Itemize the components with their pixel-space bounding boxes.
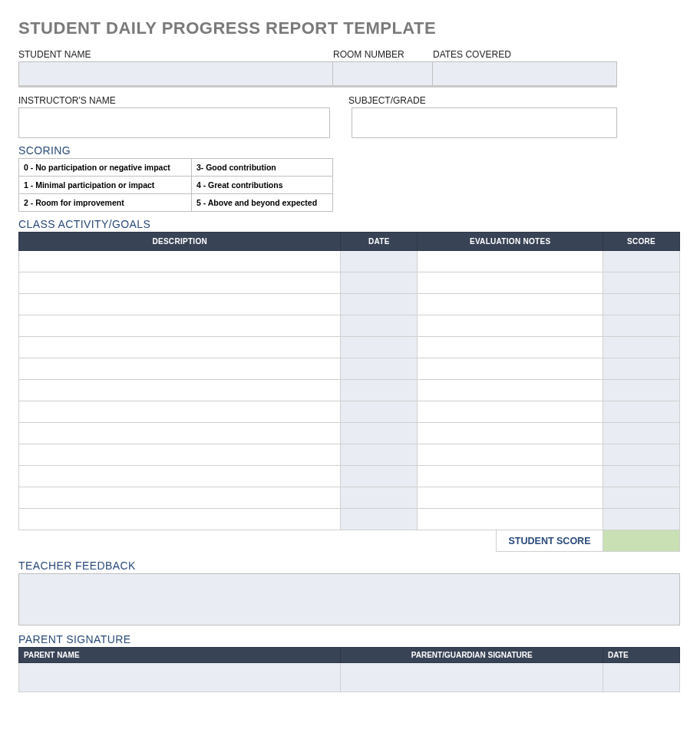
table-row [19, 315, 680, 337]
cell-date[interactable] [341, 251, 418, 272]
cell-description[interactable] [19, 380, 341, 401]
cell-evaluation[interactable] [418, 337, 603, 358]
cell-evaluation[interactable] [418, 444, 603, 466]
cell-description[interactable] [19, 358, 341, 380]
cell-score[interactable] [603, 251, 680, 272]
cell-description[interactable] [19, 466, 341, 487]
cell-score[interactable] [603, 466, 680, 487]
col-description: DESCRIPTION [19, 233, 341, 251]
activity-table: DESCRIPTION DATE EVALUATION NOTES SCORE [18, 232, 680, 530]
table-row [19, 487, 680, 509]
table-row [19, 401, 680, 423]
cell-score[interactable] [603, 272, 680, 294]
table-row [19, 444, 680, 466]
page-title: STUDENT DAILY PROGRESS REPORT TEMPLATE [18, 18, 682, 38]
cell-description[interactable] [19, 251, 341, 272]
cell-date[interactable] [341, 401, 418, 423]
cell-evaluation[interactable] [418, 466, 603, 487]
col-parent-date: DATE [603, 648, 680, 663]
table-row [19, 509, 680, 530]
cell-score[interactable] [603, 487, 680, 509]
cell-evaluation[interactable] [418, 315, 603, 337]
parent-table: PARENT NAME PARENT/GUARDIAN SIGNATURE DA… [18, 647, 680, 692]
table-row [19, 337, 680, 358]
student-score-value[interactable] [603, 530, 680, 552]
cell-description[interactable] [19, 509, 341, 530]
table-row [19, 423, 680, 444]
scoring-cell: 4 - Great contributions [191, 177, 332, 194]
cell-score[interactable] [603, 401, 680, 423]
cell-score[interactable] [603, 315, 680, 337]
cell-description[interactable] [19, 294, 341, 315]
cell-date[interactable] [341, 358, 418, 380]
subject-grade-label: SUBJECT/GRADE [348, 95, 617, 106]
row1-fields [18, 61, 617, 87]
cell-evaluation[interactable] [418, 401, 603, 423]
cell-date[interactable] [341, 509, 418, 530]
cell-date[interactable] [341, 444, 418, 466]
table-row [19, 380, 680, 401]
table-row [19, 358, 680, 380]
cell-evaluation[interactable] [418, 487, 603, 509]
col-date: DATE [341, 233, 418, 251]
scoring-cell: 1 - Minimal participation or impact [19, 177, 192, 194]
cell-evaluation[interactable] [418, 251, 603, 272]
cell-date[interactable] [341, 380, 418, 401]
cell-date[interactable] [341, 294, 418, 315]
cell-date[interactable] [341, 466, 418, 487]
cell-description[interactable] [19, 487, 341, 509]
cell-date[interactable] [341, 423, 418, 444]
instructor-name-label: INSTRUCTOR'S NAME [18, 95, 333, 106]
room-number-field[interactable] [333, 62, 433, 85]
cell-date[interactable] [341, 487, 418, 509]
cell-evaluation[interactable] [418, 509, 603, 530]
student-score-label: STUDENT SCORE [496, 530, 603, 552]
cell-description[interactable] [19, 272, 341, 294]
table-row [19, 251, 680, 272]
cell-evaluation[interactable] [418, 272, 603, 294]
subject-grade-field[interactable] [352, 107, 617, 138]
room-number-label: ROOM NUMBER [333, 49, 433, 60]
cell-description[interactable] [19, 401, 341, 423]
cell-description[interactable] [19, 444, 341, 466]
cell-score[interactable] [603, 358, 680, 380]
scoring-cell: 2 - Room for improvement [19, 194, 192, 212]
table-row [19, 466, 680, 487]
teacher-feedback-field[interactable] [18, 573, 680, 625]
cell-score[interactable] [603, 337, 680, 358]
parent-heading: PARENT SIGNATURE [18, 633, 682, 645]
cell-score[interactable] [603, 444, 680, 466]
cell-score[interactable] [603, 509, 680, 530]
scoring-cell: 0 - No participation or negative impact [19, 159, 192, 177]
parent-date-field[interactable] [603, 663, 680, 692]
col-evaluation: EVALUATION NOTES [418, 233, 603, 251]
cell-evaluation[interactable] [418, 423, 603, 444]
dates-covered-label: DATES COVERED [433, 49, 617, 60]
dates-covered-field[interactable] [433, 62, 616, 85]
cell-evaluation[interactable] [418, 294, 603, 315]
scoring-table: 0 - No participation or negative impact … [18, 158, 333, 212]
instructor-name-field[interactable] [18, 107, 330, 138]
scoring-cell: 5 - Above and beyond expected [191, 194, 332, 212]
cell-score[interactable] [603, 380, 680, 401]
student-name-label: STUDENT NAME [18, 49, 333, 60]
cell-description[interactable] [19, 423, 341, 444]
student-name-field[interactable] [19, 62, 333, 85]
cell-evaluation[interactable] [418, 380, 603, 401]
cell-score[interactable] [603, 294, 680, 315]
col-parent-name: PARENT NAME [19, 648, 341, 663]
cell-date[interactable] [341, 337, 418, 358]
cell-description[interactable] [19, 315, 341, 337]
col-score: SCORE [603, 233, 680, 251]
cell-description[interactable] [19, 337, 341, 358]
cell-date[interactable] [341, 315, 418, 337]
scoring-cell: 3- Good contribution [191, 159, 332, 177]
parent-name-field[interactable] [19, 663, 341, 692]
activity-heading: CLASS ACTIVITY/GOALS [18, 218, 682, 230]
cell-evaluation[interactable] [418, 358, 603, 380]
table-row [19, 272, 680, 294]
parent-signature-field[interactable] [341, 663, 603, 692]
cell-date[interactable] [341, 272, 418, 294]
col-parent-signature: PARENT/GUARDIAN SIGNATURE [341, 648, 603, 663]
cell-score[interactable] [603, 423, 680, 444]
